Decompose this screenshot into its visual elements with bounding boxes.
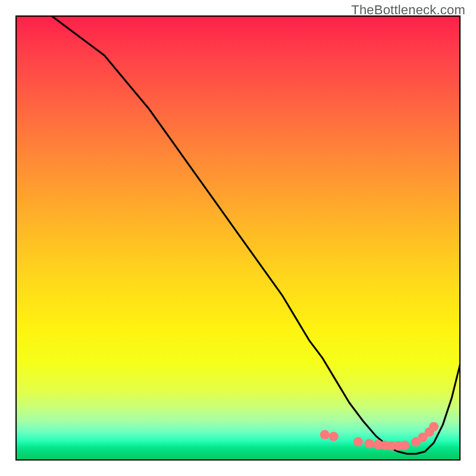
highlight-dot [353,437,363,447]
marker-layer [320,422,439,450]
watermark-text: TheBottleneck.com [351,2,465,18]
highlight-dot [320,430,330,440]
highlight-dot [429,422,439,431]
highlight-dot [329,432,339,441]
chart-svg [15,15,461,461]
highlight-dot [365,439,374,449]
highlight-dot [400,441,410,450]
curve-layer [51,15,461,454]
bottleneck-curve [51,15,461,454]
chart-area: TheBottleneck.com [0,0,476,476]
